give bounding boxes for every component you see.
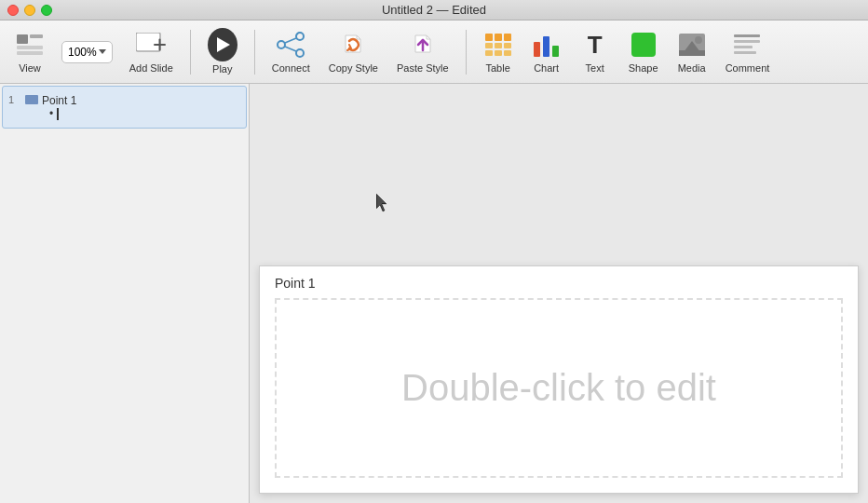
maximize-button[interactable] — [41, 5, 52, 16]
paste-style-button[interactable]: Paste Style — [389, 25, 456, 79]
svg-rect-33 — [734, 51, 756, 54]
text-button[interactable]: T Text — [573, 25, 617, 79]
slide-item[interactable]: 1 Point 1 • — [2, 86, 247, 129]
close-button[interactable] — [7, 5, 19, 16]
canvas-area[interactable]: Point 1 Double-click to edit — [250, 84, 868, 503]
copy-style-button[interactable]: Copy Style — [321, 25, 386, 79]
canvas-body[interactable]: Double-click to edit — [275, 298, 843, 478]
comment-icon — [732, 31, 762, 59]
play-label: Play — [212, 63, 232, 75]
shape-label: Shape — [629, 62, 658, 74]
svg-rect-15 — [504, 34, 511, 41]
svg-rect-24 — [552, 46, 559, 57]
svg-rect-18 — [504, 43, 511, 48]
shape-button[interactable]: Shape — [621, 25, 666, 79]
table-icon — [483, 31, 513, 59]
svg-rect-16 — [485, 43, 493, 48]
slide-number: 1 — [8, 94, 21, 105]
svg-rect-32 — [734, 46, 753, 48]
text-icon: T — [580, 31, 610, 59]
slide-thumbnail — [25, 95, 38, 104]
svg-point-7 — [278, 41, 285, 48]
slide-bullet: • — [42, 107, 240, 120]
minimize-button[interactable] — [24, 5, 35, 16]
svg-rect-31 — [734, 40, 760, 43]
divider-2 — [254, 30, 255, 75]
svg-line-11 — [285, 47, 296, 51]
svg-point-9 — [296, 49, 304, 57]
titlebar-title: Untitled 2 — Edited — [382, 3, 486, 17]
svg-rect-3 — [17, 51, 43, 55]
zoom-dropdown[interactable]: 100% — [61, 41, 113, 63]
canvas-slide-title: Point 1 — [260, 266, 858, 294]
paste-style-label: Paste Style — [397, 62, 449, 74]
svg-point-8 — [296, 33, 304, 40]
add-slide-button[interactable]: Add Slide — [122, 25, 181, 79]
cursor-indicator — [57, 108, 59, 120]
view-label: View — [19, 62, 41, 74]
svg-rect-2 — [17, 46, 43, 49]
svg-rect-1 — [30, 34, 43, 38]
svg-rect-21 — [504, 50, 511, 56]
chart-button[interactable]: Chart — [524, 25, 569, 79]
traffic-lights — [7, 5, 52, 16]
svg-rect-19 — [485, 50, 493, 56]
svg-rect-25 — [631, 33, 656, 57]
svg-rect-17 — [495, 43, 502, 48]
svg-rect-4 — [136, 33, 160, 51]
svg-rect-23 — [543, 36, 549, 57]
copy-style-label: Copy Style — [329, 62, 378, 74]
add-slide-icon — [136, 31, 166, 59]
connect-label: Connect — [272, 62, 310, 74]
zoom-control[interactable]: 100% — [56, 37, 118, 67]
svg-rect-0 — [17, 34, 28, 44]
paste-style-icon — [408, 31, 438, 59]
connect-button[interactable]: Connect — [264, 25, 318, 79]
svg-rect-29 — [679, 50, 705, 56]
table-label: Table — [485, 62, 509, 74]
svg-rect-22 — [534, 42, 540, 57]
titlebar: Untitled 2 — Edited — [0, 0, 868, 20]
svg-rect-14 — [495, 34, 502, 41]
view-icon — [15, 31, 45, 59]
slide-panel[interactable]: 1 Point 1 • — [0, 84, 250, 503]
svg-point-28 — [695, 36, 702, 44]
connect-icon — [276, 31, 305, 59]
svg-rect-20 — [495, 50, 502, 56]
add-slide-label: Add Slide — [129, 62, 173, 74]
mouse-cursor — [376, 194, 389, 216]
bullet-point: • — [49, 107, 53, 120]
play-button[interactable]: Play — [200, 25, 245, 79]
chart-icon — [532, 31, 562, 59]
comment-label: Comment — [726, 62, 770, 74]
play-icon — [208, 30, 237, 60]
text-label: Text — [586, 62, 604, 74]
view-button[interactable]: View — [7, 25, 52, 79]
media-icon — [677, 31, 707, 59]
copy-style-icon — [338, 31, 368, 59]
slide-canvas[interactable]: Point 1 Double-click to edit — [259, 265, 859, 494]
slide-item-title: Point 1 — [42, 94, 240, 107]
media-button[interactable]: Media — [670, 25, 714, 79]
svg-rect-30 — [734, 34, 760, 37]
chart-label: Chart — [534, 62, 559, 74]
toolbar: View 100% Add Slide Play — [0, 20, 868, 84]
media-label: Media — [678, 62, 706, 74]
svg-line-10 — [285, 38, 296, 43]
table-button[interactable]: Table — [476, 25, 521, 79]
slide-content: Point 1 • — [42, 94, 240, 120]
svg-rect-13 — [485, 34, 493, 41]
main-area: 1 Point 1 • Point 1 Double-click to ed — [0, 84, 868, 503]
comment-button[interactable]: Comment — [718, 25, 778, 79]
divider-1 — [190, 30, 191, 75]
divider-3 — [466, 30, 467, 75]
placeholder-text: Double-click to edit — [401, 367, 716, 409]
shape-icon — [629, 31, 658, 59]
